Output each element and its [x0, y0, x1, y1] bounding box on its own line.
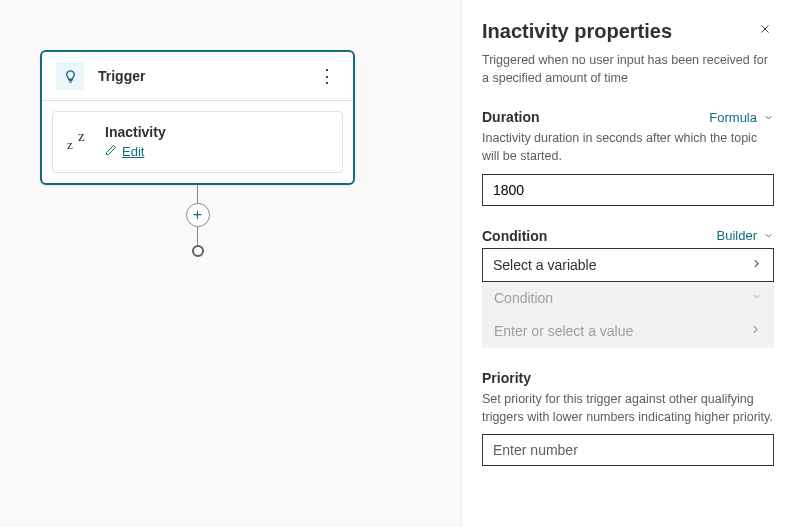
edit-link[interactable]: Edit [122, 144, 144, 159]
chevron-right-icon [749, 322, 762, 340]
duration-mode-label: Formula [709, 110, 757, 125]
duration-title: Duration [482, 109, 540, 125]
add-node-button[interactable]: + [186, 203, 210, 227]
chevron-down-icon [751, 290, 762, 305]
condition-title: Condition [482, 228, 547, 244]
condition-operator-select: Condition [482, 282, 774, 314]
connector: + [40, 185, 355, 257]
condition-disabled-block: Condition Enter or select a value [482, 282, 774, 348]
priority-description: Set priority for this trigger against ot… [482, 390, 774, 426]
properties-panel: Inactivity properties Triggered when no … [461, 0, 794, 527]
variable-placeholder: Select a variable [493, 257, 597, 273]
variable-select[interactable]: Select a variable [482, 248, 774, 282]
priority-input[interactable] [482, 434, 774, 466]
priority-title: Priority [482, 370, 531, 386]
condition-value-placeholder: Enter or select a value [494, 323, 633, 339]
end-node [192, 245, 204, 257]
duration-input[interactable] [482, 174, 774, 206]
priority-section: Priority Set priority for this trigger a… [482, 370, 774, 466]
duration-mode-toggle[interactable]: Formula [709, 110, 774, 125]
chevron-down-icon [763, 229, 774, 244]
close-icon[interactable] [756, 20, 774, 42]
panel-title: Inactivity properties [482, 20, 672, 43]
chevron-down-icon [763, 111, 774, 126]
canvas: Trigger ⋮ zz Inactivity Edit [0, 0, 461, 527]
condition-section: Condition Builder Select a variable Cond… [482, 228, 774, 348]
inactivity-label: Inactivity [105, 124, 166, 140]
duration-description: Inactivity duration in seconds after whi… [482, 129, 774, 165]
lightbulb-icon [56, 62, 84, 90]
condition-mode-toggle[interactable]: Builder [717, 228, 774, 243]
chevron-right-icon [750, 256, 763, 274]
condition-value-select: Enter or select a value [482, 314, 774, 348]
duration-section: Duration Formula Inactivity duration in … [482, 109, 774, 205]
trigger-card[interactable]: Trigger ⋮ zz Inactivity Edit [40, 50, 355, 185]
inactivity-card[interactable]: zz Inactivity Edit [52, 111, 343, 173]
more-icon[interactable]: ⋮ [315, 65, 339, 87]
trigger-title: Trigger [98, 68, 315, 84]
condition-operator-label: Condition [494, 290, 553, 306]
sleep-icon: zz [67, 130, 93, 154]
panel-description: Triggered when no user input has been re… [482, 51, 774, 87]
trigger-header: Trigger ⋮ [42, 52, 353, 101]
trigger-body: zz Inactivity Edit [42, 101, 353, 183]
pencil-icon [105, 142, 117, 160]
condition-mode-label: Builder [717, 228, 757, 243]
